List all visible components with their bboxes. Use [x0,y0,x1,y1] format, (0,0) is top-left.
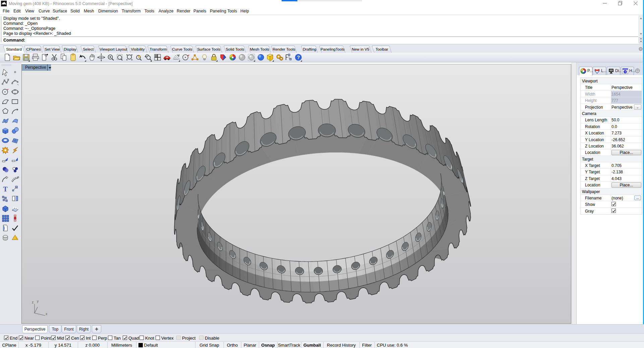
svg-text:y: y [37,300,39,303]
svg-text:?: ? [297,54,300,60]
svg-text:x: x [46,312,48,316]
svg-text:T: T [3,185,8,193]
svg-text:z: z [32,300,34,304]
svg-text:?: ? [625,70,626,73]
